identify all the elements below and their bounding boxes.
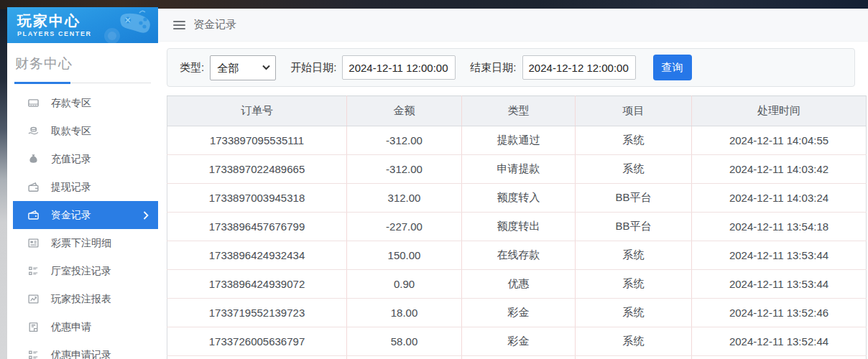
filter-panel: 类型: 全部 开始日期: 结束日期: 查询 [167, 48, 855, 87]
cell-time [692, 356, 867, 359]
table-row: 1733897095535111 -312.00 提款通过 系统 2024-12… [167, 126, 867, 155]
start-date-input[interactable] [342, 55, 456, 80]
cell-type: 额度转入 [462, 184, 576, 213]
sidebar: 玩家中心 PLAYERS CENTER 财务中心 存款专区 [7, 7, 158, 359]
cell-type: 彩金 [462, 299, 576, 327]
chevron-right-icon [143, 211, 149, 220]
cell-project: 系统 [576, 327, 692, 356]
checklist-icon [27, 349, 40, 359]
start-date-label: 开始日期: [290, 61, 336, 75]
table-row: 1733897022489665 -312.00 申请提款 系统 2024-12… [167, 155, 867, 184]
sidebar-item-withdrawal-records[interactable]: 提现记录 [7, 173, 158, 201]
sidebar-item-label: 优惠申请 [51, 321, 91, 334]
cell-order: 1733897003945318 [167, 184, 347, 213]
header-order-no: 订单号 [167, 96, 347, 126]
cell-project: 系统 [576, 241, 692, 270]
cell-time: 2024-12-11 13:53:44 [692, 270, 867, 299]
cell-amount: -227.00 [347, 213, 462, 241]
hamburger-menu-icon[interactable] [173, 19, 185, 32]
sidebar-item-label: 优惠申请记录 [51, 349, 111, 359]
header-project: 项目 [576, 96, 692, 126]
cell-amount: -312.00 [347, 126, 462, 155]
cell-time: 2024-12-11 13:52:44 [692, 327, 867, 356]
sidebar-item-hall-bet-records[interactable]: 厅室投注记录 [7, 257, 158, 285]
cell-order [167, 356, 347, 359]
header-amount: 金额 [347, 96, 462, 126]
sidebar-item-player-bet-report[interactable]: 玩家投注报表 [7, 285, 158, 313]
cell-time: 2024-12-11 14:03:24 [692, 184, 867, 213]
gamepad-icon [99, 9, 155, 43]
header-type: 类型 [462, 96, 576, 126]
cell-project: 系统 [576, 126, 692, 155]
cell-project: 系统 [576, 155, 692, 184]
cell-project: 系统 [576, 299, 692, 327]
withdraw-hand-icon [27, 125, 40, 137]
chart-icon [27, 293, 40, 305]
cell-time: 2024-12-11 13:52:46 [692, 299, 867, 327]
table-row: 1733897003945318 312.00 额度转入 BB平台 2024-1… [167, 184, 867, 213]
cell-project: 系统 [576, 270, 692, 299]
deposit-card-icon [27, 97, 40, 109]
query-button[interactable]: 查询 [653, 55, 692, 80]
cell-time: 2024-12-11 13:54:18 [692, 213, 867, 241]
sidebar-item-recharge-records[interactable]: 充值记录 [7, 145, 158, 173]
end-date-input[interactable] [522, 55, 636, 80]
cell-type: 申请提款 [462, 155, 576, 184]
cell-order: 1733896424932434 [167, 241, 347, 270]
sidebar-item-label: 提现记录 [51, 181, 91, 194]
cell-amount: 18.00 [347, 299, 462, 327]
sidebar-item-fund-records[interactable]: 资金记录 [13, 201, 158, 229]
cell-order: 1733719552139723 [167, 299, 347, 327]
moneybag-icon [27, 153, 40, 165]
cell-project: BB平台 [576, 213, 692, 241]
cell-amount: 150.00 [347, 241, 462, 270]
table-row [167, 356, 867, 359]
funds-icon [27, 209, 40, 221]
cell-order: 1733897095535111 [167, 126, 347, 155]
type-label: 类型: [180, 61, 204, 75]
table-row: 1733896424932434 150.00 在线存款 系统 2024-12-… [167, 241, 867, 270]
cell-amount [347, 356, 462, 359]
cell-type [462, 356, 576, 359]
sidebar-item-label: 彩票下注明细 [51, 237, 111, 250]
sidebar-item-deposit-zone[interactable]: 存款专区 [7, 89, 158, 117]
cell-amount: 0.90 [347, 270, 462, 299]
cell-type: 提款通过 [462, 126, 576, 155]
page-title: 资金记录 [193, 18, 236, 32]
main-panel: 资金记录 类型: 全部 开始日期: 结束日期: 查询 订单号 [158, 9, 868, 359]
cell-order: 1733897022489665 [167, 155, 347, 184]
cell-type: 在线存款 [462, 241, 576, 270]
cell-amount: 58.00 [347, 327, 462, 356]
cell-time: 2024-12-11 13:53:44 [692, 241, 867, 270]
sidebar-item-promo-apply[interactable]: 优惠申请 [7, 313, 158, 341]
fund-records-table: 订单号 金额 类型 项目 处理时间 1733897095535111 -312.… [167, 95, 867, 359]
sidebar-item-label: 资金记录 [51, 209, 91, 222]
list-icon [27, 237, 40, 249]
cell-project [576, 356, 692, 359]
table-row: 1733719552139723 18.00 彩金 系统 2024-12-11 … [167, 299, 867, 327]
sidebar-menu: 存款专区 取款专区 充值记录 提现记录 资金记录 [7, 89, 158, 359]
cell-amount: -312.00 [347, 155, 462, 184]
cell-order: 1733896457676799 [167, 213, 347, 241]
sidebar-item-label: 存款专区 [51, 97, 91, 110]
cell-project: BB平台 [576, 184, 692, 213]
cell-order: 1733726005636797 [167, 327, 347, 356]
cell-type: 优惠 [462, 270, 576, 299]
sidebar-item-promo-apply-records[interactable]: 优惠申请记录 [7, 341, 158, 359]
table-row: 1733896457676799 -227.00 额度转出 BB平台 2024-… [167, 213, 867, 241]
sidebar-item-label: 玩家投注报表 [51, 293, 111, 306]
sidebar-item-label: 厅室投注记录 [51, 265, 111, 278]
content-area: 类型: 全部 开始日期: 结束日期: 查询 订单号 金额 类型 [158, 42, 868, 359]
wallet-icon [27, 181, 40, 193]
document-icon [27, 321, 40, 333]
sidebar-item-withdraw-zone[interactable]: 取款专区 [7, 117, 158, 145]
sidebar-item-lottery-bet-details[interactable]: 彩票下注明细 [7, 229, 158, 257]
type-select[interactable]: 全部 [210, 55, 276, 80]
cell-amount: 312.00 [347, 184, 462, 213]
cell-type: 额度转出 [462, 213, 576, 241]
end-date-label: 结束日期: [470, 61, 516, 75]
header-process-time: 处理时间 [692, 96, 867, 126]
sidebar-item-label: 充值记录 [51, 153, 91, 166]
brand-header: 玩家中心 PLAYERS CENTER [7, 7, 158, 43]
sidebar-item-label: 取款专区 [51, 125, 91, 138]
